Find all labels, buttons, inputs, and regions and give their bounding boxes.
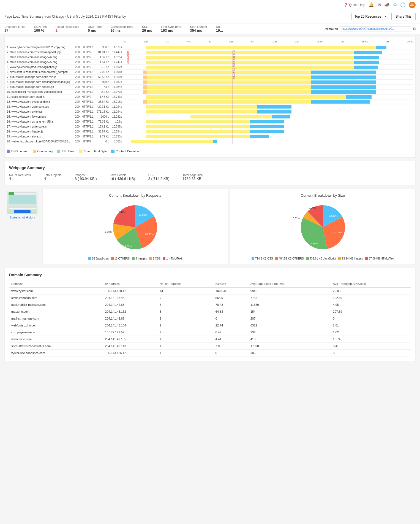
pie-label-images: 19.51% (123, 245, 132, 248)
megaphone-icon[interactable]: 📣 (384, 2, 390, 7)
pie-size-label-html: 2.09% (309, 206, 316, 209)
table-row: 1. www.zylker.com-zf-logo-mark%2520copy.… (7, 45, 413, 50)
table-row: 16. www.zylker.com-zs-lang_en_US.js200HT… (7, 119, 413, 124)
dns-time-value: 0 ms (88, 28, 102, 33)
resource-bar (124, 75, 413, 79)
legend-images-label: 8 Images (135, 257, 147, 260)
legend-others: 13 OTHERS (111, 257, 130, 260)
unsecure-links: Unsecure Links 17 (4, 25, 25, 33)
domain-requests: 13 (157, 287, 213, 295)
thumb-nav (15, 192, 36, 193)
quick-help-button[interactable]: ❓ Quick Help (344, 3, 365, 7)
resource-status: 200 (73, 140, 82, 143)
screenshot-history-link[interactable]: Screenshot History (10, 216, 35, 219)
bar-segment-ttfb (146, 61, 354, 64)
domain-load_time: 6312 (248, 322, 331, 329)
ttfb-color (79, 150, 82, 153)
webpage-summary-title: Webpage Summary (9, 166, 411, 170)
bar-segment-download (250, 135, 269, 138)
bar-segment-connect (143, 85, 147, 89)
resource-name: 12. www.zylker.com-eventhandler.js (7, 100, 73, 103)
copy-icon[interactable]: ⧉ (413, 26, 416, 31)
settings-icon[interactable]: ⚙ (393, 2, 397, 7)
domain-requests: 1 (157, 336, 213, 343)
domain-load_time: 9946 (248, 287, 331, 295)
bar-segment-ttfb (190, 115, 272, 118)
resource-protocol: HTTP/1.1 (82, 135, 94, 138)
table-row: static.zohocdn.com204.141.33.489568.0177… (9, 295, 411, 301)
resource-time: 10.794s (110, 130, 124, 133)
resource-protocol: HTTP/1.1 (82, 85, 94, 88)
domain-table-body: www.zylker.com136.143.180.12131023.34994… (9, 287, 411, 356)
bar-segment-download (311, 71, 376, 74)
css-label: CSS (148, 173, 170, 177)
waterfall-rows: 1. www.zylker.com-zf-logo-mark%2520copy.… (7, 45, 413, 144)
resource-size: 2.9 Kb (94, 90, 110, 93)
domain-ip: 204.141.42.155 (103, 336, 157, 343)
domain-ip: 204.141.42.113 (103, 343, 157, 350)
resource-time: 17.192s (110, 66, 124, 69)
resource-status: 200 (73, 80, 82, 83)
resource-time: 6.352s (110, 140, 124, 143)
resource-bar (124, 140, 413, 144)
domain-load_time: 11550 (248, 301, 331, 308)
table-row: zylker-site.zohosites.com136.143.186.121… (9, 350, 411, 356)
ssl-legend-label: SSL Time (61, 150, 74, 153)
clock-icon[interactable]: 🕐 (400, 2, 406, 7)
domain-domain: ma.zoho.com (9, 308, 103, 315)
help-icon: ❓ (344, 3, 348, 7)
resource-status: 200 (73, 95, 82, 98)
resource-time: 17.087s (110, 80, 124, 83)
legend-ttfb: Time to First Byte (79, 150, 107, 153)
resource-protocol: HTTP/2 (82, 51, 94, 54)
notification-icon[interactable]: 🔔 (369, 2, 374, 7)
filter-dropdown[interactable]: Top 20 Resources (351, 13, 389, 20)
connection-time: Connection Time 26 ms (110, 25, 133, 33)
table-row: www.zylker.com136.143.180.12131023.34994… (9, 287, 411, 295)
javascript: Java Scripts 16 ( 439.61 KB) (110, 173, 135, 181)
first-content-marker: First Contentful Paint Time (233, 50, 235, 80)
resource-name: 19. www.zylker.com-store.js (7, 135, 73, 138)
domain-size: 22.74 (213, 322, 248, 329)
mail-icon[interactable]: ✉ (377, 2, 381, 7)
table-row: 6. sites-stratus.zohostratus.com-browser… (7, 70, 413, 75)
avatar[interactable]: Zia (409, 2, 416, 8)
resource-size: 68.59 Kb (94, 75, 110, 79)
resource-time: 17.09s (110, 75, 124, 79)
bar-segment-download (311, 90, 376, 94)
bar-segment-download (354, 56, 379, 59)
thumb-hero (9, 195, 36, 204)
screenshot-thumbnail (7, 191, 37, 214)
table-row: 10. publ.maillist-manage.com-videoclose.… (7, 90, 413, 94)
domain-table: Domains IP Address No. of Requests Size(… (9, 280, 411, 356)
table-row: 14. www.zylker.com-style.css200HTTP/1.12… (7, 109, 413, 114)
bar-segment-ttfb (147, 75, 310, 79)
size-legend-js-color (306, 257, 309, 260)
share-button[interactable]: Share This (391, 13, 416, 20)
pie-label-js: 39.02% (139, 214, 147, 216)
bar-segment-download (311, 100, 370, 104)
resource-size: 969 b (94, 80, 110, 83)
table-row: maillist-manage.com204.141.42.68302070 (9, 315, 411, 322)
resource-name: 6. sites-stratus.zohostratus.com-browser… (7, 71, 73, 74)
dom-label: Do... (216, 25, 223, 28)
bar-segment-download (311, 85, 376, 89)
header: ❓ Quick Help 🔔 ✉ 📣 ⚙ 🕐 Zia (0, 0, 420, 10)
resource-time: 17.073s (110, 90, 124, 93)
domain-requests: 3 (157, 308, 213, 315)
pie-label-others: 31.71% (145, 233, 154, 236)
domain-load_time: 154 (248, 308, 331, 315)
resource-status: 200 (73, 135, 82, 138)
size-legend-images-label: 93.94 KB Images (342, 257, 363, 260)
size-legend-html-color (365, 257, 368, 260)
resource-bar (124, 85, 413, 89)
domain-load_time: 7756 (248, 295, 331, 301)
bar-segment-ttfb (146, 120, 250, 123)
start-render-value: 354 ms (190, 28, 207, 33)
table-row: 20. webfonts.zoho.com-Lore%3A400%2C700%2… (7, 139, 413, 144)
size-legend-html-label: 37.06 KB HTML/Text (369, 257, 394, 260)
domain-load_time: 207 (248, 315, 331, 322)
permalink-input[interactable] (340, 26, 411, 31)
resource-protocol: HTTP/1.1 (82, 90, 94, 93)
unsecure-links-value: 17 (4, 28, 25, 33)
